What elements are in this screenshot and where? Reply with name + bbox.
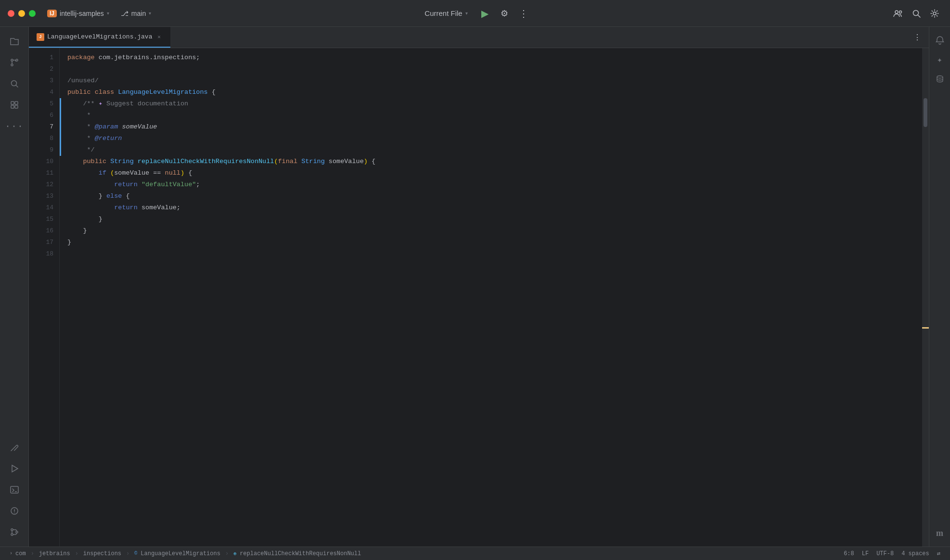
status-indent[interactable]: 4 spaces (898, 550, 933, 557)
sidebar-icon-build[interactable] (6, 439, 23, 456)
svg-point-5 (11, 59, 13, 61)
tab-languagelevelmigrations[interactable]: J LanguageLevelMigrations.java ✕ (29, 27, 170, 48)
close-button[interactable] (8, 10, 14, 17)
gear-button[interactable] (927, 6, 942, 21)
right-icon-m[interactable]: m (932, 525, 948, 541)
project-selector[interactable]: IJ intellij-samples ▾ (43, 8, 113, 19)
sidebar-icon-folder[interactable] (6, 33, 23, 50)
token: if (99, 167, 106, 179)
traffic-lights (8, 10, 36, 17)
svg-rect-12 (11, 105, 14, 108)
sidebar-icon-search[interactable] (6, 75, 23, 92)
status-encoding[interactable]: UTF-8 (873, 550, 898, 557)
breadcrumb-inspections[interactable]: inspections (79, 547, 125, 560)
gutter-indicator-9 (60, 144, 61, 156)
breadcrumb-inspections-label: inspections (83, 550, 121, 557)
token: { (184, 167, 192, 179)
svg-point-19 (14, 512, 15, 513)
breadcrumb-com-arrow: › (10, 551, 13, 556)
sidebar-icon-git[interactable] (6, 54, 23, 71)
run-button[interactable]: ▶ (477, 6, 493, 21)
token: null (165, 167, 180, 179)
code-line-1: package com.jetbrains.inspections; (67, 52, 922, 64)
line-num-3: 3 (29, 75, 59, 87)
code-line-7: * @param someValue (67, 121, 922, 133)
code-line-14: return someValue; (67, 202, 922, 214)
branch-icon: ⎇ (121, 10, 128, 17)
project-chevron-icon: ▾ (107, 11, 109, 16)
breadcrumb-class-icon: © (134, 551, 137, 556)
line-num-6: 6 (29, 110, 59, 121)
status-sync[interactable]: ⇄ (933, 550, 944, 557)
token: String (301, 156, 325, 167)
status-line-ending[interactable]: LF (858, 550, 873, 557)
code-editor[interactable]: 1 2 3 4 5 6 7 8 9 10 11 12 13 14 15 16 1… (29, 48, 929, 547)
scrollbar-thumb[interactable] (924, 98, 927, 127)
token: } (67, 225, 87, 237)
tab-file-icon: J (37, 33, 44, 41)
scrollbar-track[interactable] (922, 48, 929, 547)
breadcrumb-sep-4: › (225, 550, 229, 557)
sidebar-icon-git2[interactable] (6, 523, 23, 541)
main-layout: ··· (0, 27, 950, 547)
more-run-button[interactable]: ⋮ (516, 6, 531, 21)
line-num-13: 13 (29, 191, 59, 202)
tab-bar: J LanguageLevelMigrations.java ✕ ⋮ (29, 27, 929, 48)
branch-selector[interactable]: ⎇ main ▾ (117, 8, 155, 19)
project-name: intellij-samples (60, 10, 104, 17)
code-line-6: * (67, 110, 922, 121)
breadcrumb-method[interactable]: ⊕ replaceNullCheckWithRequiresNonNull (230, 547, 365, 560)
line-num-1: 1 (29, 52, 59, 64)
token: { (368, 156, 375, 167)
status-cursor-pos[interactable]: 6:8 (840, 550, 858, 557)
svg-line-9 (16, 85, 18, 87)
settings-run-button[interactable]: ⚙ (497, 6, 512, 21)
token: return (114, 179, 138, 191)
current-file-chevron-icon: ▾ (465, 11, 468, 16)
suggest-text: Suggest documentation (103, 98, 188, 110)
right-icon-bell[interactable] (932, 33, 948, 48)
token: ) (364, 156, 368, 167)
sidebar-icon-problems[interactable] (6, 502, 23, 520)
breadcrumb-jetbrains[interactable]: jetbrains (35, 547, 74, 560)
line-num-11: 11 (29, 167, 59, 179)
tab-more-button[interactable]: ⋮ (910, 30, 925, 45)
token: */ (67, 144, 95, 156)
breadcrumb-method-label: replaceNullCheckWithRequiresNonNull (240, 550, 361, 557)
line-num-18: 18 (29, 248, 59, 260)
svg-rect-11 (15, 102, 18, 104)
minimize-button[interactable] (18, 10, 25, 17)
right-icon-database[interactable] (932, 71, 948, 87)
sidebar-icon-run[interactable] (6, 460, 23, 477)
code-line-9: */ (67, 144, 922, 156)
gutter-indicator-8 (60, 133, 61, 144)
line-num-9: 9 (29, 144, 59, 156)
token: return (114, 202, 138, 214)
users-button[interactable] (890, 6, 906, 21)
token: replaceNullCheckWithRequiresNonNull (138, 156, 274, 167)
token: String (110, 156, 134, 167)
sidebar-icon-plugins[interactable] (6, 96, 23, 114)
titlebar-right (890, 6, 942, 21)
token: @param (95, 121, 118, 133)
token: someValue (325, 156, 364, 167)
encoding-label: UTF-8 (876, 550, 894, 557)
right-icon-sparkle[interactable]: ✦ (932, 52, 948, 67)
token: "defaultValue" (141, 179, 196, 191)
token (134, 156, 138, 167)
current-file-button[interactable]: Current File ▾ (419, 7, 473, 19)
search-button[interactable] (909, 6, 924, 21)
breadcrumb-class[interactable]: © LanguageLevelMigrations (130, 547, 224, 560)
maximize-button[interactable] (29, 10, 36, 17)
token: class (95, 87, 115, 98)
code-content[interactable]: package com.jetbrains.inspections; /unus… (60, 48, 922, 547)
sidebar-icon-terminal[interactable] (6, 481, 23, 498)
tab-close-button[interactable]: ✕ (155, 33, 163, 41)
breadcrumb-com[interactable]: › com (6, 547, 30, 560)
sidebar-icon-more[interactable]: ··· (6, 117, 23, 135)
line-num-7: 7 (29, 121, 59, 133)
code-line-12: return "defaultValue" ; (67, 179, 922, 191)
token: /unused/ (67, 75, 99, 87)
token: ( (110, 167, 114, 179)
token (67, 156, 83, 167)
